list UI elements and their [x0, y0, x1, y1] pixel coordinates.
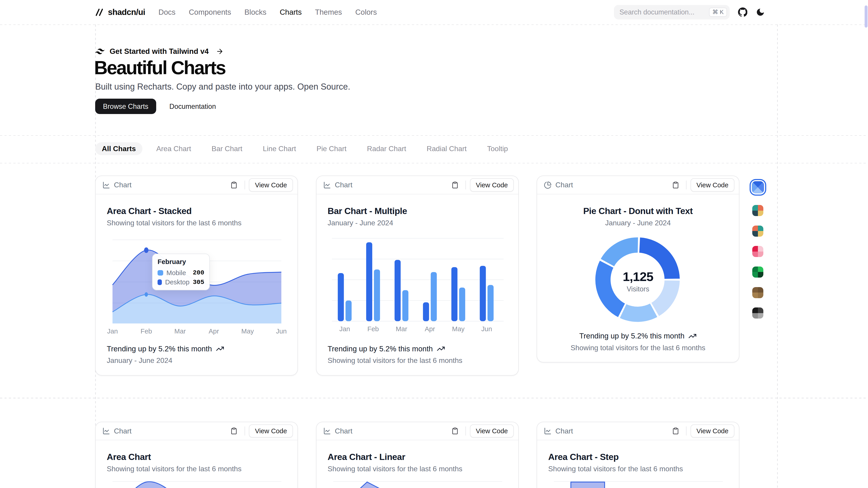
announcement-banner[interactable]: Get Started with Tailwind v4 — [95, 47, 223, 56]
svg-text:May: May — [452, 325, 465, 333]
theme-swatch-orange-teal[interactable] — [752, 226, 763, 237]
swatch-quadrant — [752, 211, 758, 216]
tab-radar-chart[interactable]: Radar Chart — [360, 142, 413, 155]
swatch-quadrant — [758, 313, 763, 319]
theme-swatch-rose[interactable] — [752, 246, 763, 257]
divider — [465, 180, 466, 189]
divider — [245, 180, 245, 189]
tab-line-chart[interactable]: Line Chart — [256, 142, 303, 155]
chart-card-pie-donut: Chart View Code Pie Chart - Donut with T… — [537, 176, 739, 362]
view-code-button[interactable]: View Code — [690, 178, 735, 192]
trend-text: Trending up by 5.2% this month — [579, 332, 684, 340]
swatch-quadrant — [758, 308, 763, 313]
clipboard-icon — [230, 427, 238, 435]
browse-charts-button[interactable]: Browse Charts — [95, 98, 156, 114]
swatch-quadrant — [758, 211, 763, 216]
subtitle-text: Showing total visitors for the last 6 mo… — [328, 356, 507, 365]
svg-text:Jun: Jun — [482, 325, 492, 333]
swatch-quadrant — [758, 266, 763, 272]
divider — [245, 427, 245, 435]
chart-description: Showing total visitors for the last 6 mo… — [107, 219, 286, 227]
subtitle-text: Showing total visitors for the last 6 mo… — [548, 344, 727, 352]
series-color-swatch — [158, 270, 163, 276]
trending-up-icon — [688, 332, 697, 340]
swatch-quadrant — [758, 252, 763, 257]
tab-pie-chart[interactable]: Pie Chart — [310, 142, 353, 155]
tab-radial-chart[interactable]: Radial Chart — [420, 142, 473, 155]
tab-bar-chart[interactable]: Bar Chart — [205, 142, 249, 155]
copy-code-button[interactable] — [227, 178, 241, 192]
chart-description: January - June 2024 — [328, 219, 507, 227]
tab-tooltip[interactable]: Tooltip — [480, 142, 515, 155]
nav-item-charts[interactable]: Charts — [280, 8, 302, 17]
copy-code-button[interactable] — [227, 424, 241, 438]
chart-title: Area Chart - Linear — [328, 452, 507, 462]
nav-item-docs[interactable]: Docs — [158, 8, 176, 17]
card-footer: Trending up by 5.2% this month Showing t… — [548, 332, 727, 352]
view-code-button[interactable]: View Code — [249, 178, 293, 192]
brand-name: shadcn/ui — [108, 7, 145, 17]
dark-mode-moon-icon[interactable] — [756, 7, 765, 17]
theme-swatch-brown[interactable] — [752, 287, 763, 298]
page: shadcn/ui Docs Components Blocks Charts … — [0, 0, 868, 488]
swatch-quadrant — [752, 205, 758, 210]
theme-swatch-mono[interactable] — [752, 308, 763, 319]
clipboard-icon — [672, 181, 679, 189]
grouped-bar-chart[interactable]: JanFebMarAprMayJun — [316, 231, 519, 341]
divider — [0, 163, 868, 163]
trend-text: Trending up by 5.2% this month — [107, 345, 212, 353]
theme-swatch-teal-orange[interactable] — [752, 205, 763, 216]
nav-item-colors[interactable]: Colors — [355, 8, 377, 17]
view-code-button[interactable]: View Code — [470, 178, 514, 192]
card-header-label: Chart — [555, 181, 573, 189]
swatch-quadrant — [752, 308, 758, 313]
swatch-quadrant — [758, 246, 763, 251]
trending-up-icon — [437, 345, 445, 353]
github-icon[interactable] — [738, 7, 747, 17]
chart-title: Area Chart — [107, 452, 286, 462]
chart-description: Showing total visitors for the last 6 mo… — [107, 465, 286, 473]
nav-item-blocks[interactable]: Blocks — [244, 8, 266, 17]
nav-item-themes[interactable]: Themes — [315, 8, 342, 17]
card-header: Chart View Code — [96, 422, 297, 440]
tab-area-chart[interactable]: Area Chart — [150, 142, 198, 155]
divider — [777, 24, 778, 488]
nav-links: Docs Components Blocks Charts Themes Col… — [158, 8, 377, 17]
page-title: Beautiful Charts — [94, 57, 225, 79]
card-header-label: Chart — [114, 181, 131, 189]
date-range-text: January - June 2024 — [107, 356, 286, 365]
pie-chart-icon — [544, 181, 552, 189]
svg-text:Feb: Feb — [368, 325, 379, 333]
theme-swatch-blue[interactable] — [752, 181, 764, 194]
swatch-quadrant — [752, 226, 758, 231]
trending-up-icon — [216, 345, 224, 353]
brand-logo[interactable]: shadcn/ui — [95, 7, 145, 17]
card-header-label: Chart — [335, 427, 352, 435]
area-chart-linear-preview[interactable] — [316, 478, 519, 488]
view-code-button[interactable]: View Code — [470, 424, 514, 438]
copy-code-button[interactable] — [669, 424, 682, 438]
view-code-button[interactable]: View Code — [249, 424, 293, 438]
chart-description: Showing total visitors for the last 6 mo… — [328, 465, 507, 473]
swatch-quadrant — [752, 231, 758, 236]
swatch-quadrant — [758, 287, 763, 292]
documentation-button[interactable]: Documentation — [162, 98, 223, 114]
area-chart-step-preview[interactable] — [537, 478, 739, 488]
divider — [0, 24, 868, 25]
svg-text:Apr: Apr — [425, 325, 435, 333]
search-input[interactable]: Search documentation... ⌘ K — [614, 5, 730, 20]
nav-item-components[interactable]: Components — [189, 8, 231, 17]
view-code-button[interactable]: View Code — [690, 424, 735, 438]
svg-text:May: May — [241, 327, 254, 335]
area-chart-preview[interactable] — [96, 478, 298, 488]
copy-code-button[interactable] — [669, 178, 682, 192]
chart-title: Bar Chart - Multiple — [328, 206, 507, 216]
copy-code-button[interactable] — [448, 424, 462, 438]
copy-code-button[interactable] — [448, 178, 462, 192]
donut-chart[interactable] — [537, 231, 739, 330]
tab-all-charts[interactable]: All Charts — [95, 142, 143, 155]
scrollbar-thumb[interactable] — [865, 5, 867, 28]
theme-swatch-green[interactable] — [752, 266, 763, 278]
page-subtitle: Built using Recharts. Copy and paste int… — [95, 82, 350, 92]
swatch-quadrant — [752, 266, 758, 272]
